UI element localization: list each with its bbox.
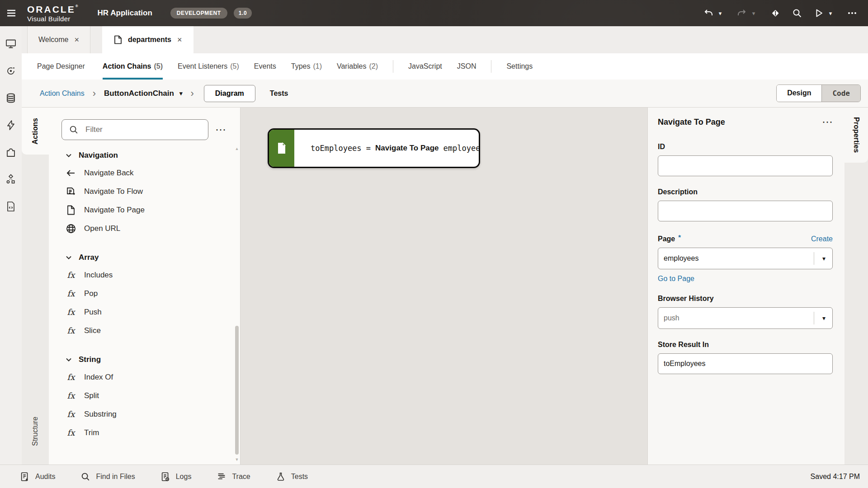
chevron-down-icon: ▾ [822,315,826,321]
action-label: Navigate To Page [84,206,145,215]
breadcrumb-chevron-icon: › [190,89,193,99]
trace-button[interactable]: Trace [217,472,250,482]
tab-count: (2) [369,62,378,70]
undo-menu-caret-icon[interactable]: ▾ [714,6,726,20]
scroll-down-icon[interactable]: ▼ [234,457,240,462]
redo-menu-caret-icon[interactable]: ▾ [748,6,760,20]
section-header[interactable]: Array [65,249,240,266]
business-objects-icon[interactable] [0,87,22,109]
diagram-canvas[interactable]: toEmployees = Navigate To Page employees [241,108,647,465]
close-icon[interactable]: × [74,36,79,44]
tab-departments[interactable]: departments × [102,26,194,53]
tab-label: JSON [457,62,476,70]
action-navigate-back[interactable]: Navigate Back [65,164,240,182]
flow-page-icon [65,186,77,197]
tab-welcome[interactable]: Welcome × [27,26,90,53]
action-slice[interactable]: fx Slice [65,321,240,340]
tests-button[interactable]: Tests [276,472,308,482]
tab-json[interactable]: JSON [457,53,476,80]
chevron-down-icon: ▾ [822,255,826,262]
services-icon[interactable] [0,60,22,82]
diagram-view-button[interactable]: Diagram [204,85,255,102]
chevron-down-icon [65,356,72,363]
git-icon[interactable] [769,6,781,20]
action-navigate-to-page[interactable]: Navigate To Page [65,201,240,219]
redo-icon[interactable] [736,6,748,20]
close-icon[interactable]: × [177,36,182,44]
hamburger-menu-icon[interactable] [0,0,23,26]
run-icon[interactable] [813,6,825,20]
action-chain-selector[interactable]: ButtonActionChain ▾ [104,89,182,98]
tab-action-chains[interactable]: Action Chains(5) [103,53,163,80]
code-mode-button[interactable]: Code [821,85,860,102]
action-push[interactable]: fx Push [65,303,240,321]
action-label: Trim [84,428,99,437]
left-icon-rail [0,26,22,465]
action-open-url[interactable]: Open URL [65,219,240,238]
palette-scrollbar[interactable]: ▲ ▼ [234,146,240,462]
properties-panel-tab[interactable]: Properties [844,108,868,163]
design-mode-button[interactable]: Design [777,85,821,102]
scroll-up-icon[interactable]: ▲ [234,146,240,151]
properties-title: Navigate To Page [658,117,725,127]
source-code-icon[interactable] [0,196,22,217]
chevron-down-icon [65,254,72,261]
tab-types[interactable]: Types(1) [291,53,322,80]
actions-panel-tab[interactable]: Actions [22,108,49,155]
palette-overflow-menu-icon[interactable]: ⋯ [212,119,229,140]
action-index-of[interactable]: fx Index Of [65,368,240,386]
filter-input[interactable] [61,119,208,140]
tab-events[interactable]: Events [254,53,276,80]
processes-icon[interactable] [0,114,22,136]
section-header[interactable]: String [65,352,240,368]
actions-tab-label: Actions [31,118,39,145]
filter-box [61,119,208,140]
store-result-field[interactable] [658,353,833,374]
action-includes[interactable]: fx Includes [65,266,240,284]
browser-history-select[interactable]: push ▾ [658,307,833,329]
action-trim[interactable]: fx Trim [65,423,240,442]
search-icon [69,125,79,135]
visual-builder-app: ORACLE® Visual Builder HR Application DE… [0,0,868,488]
components-icon[interactable] [0,141,22,163]
function-icon: fx [65,289,77,298]
audits-button[interactable]: Audits [20,472,55,482]
action-navigate-to-flow[interactable]: Navigate To Flow [65,182,240,201]
tab-javascript[interactable]: JavaScript [408,53,442,80]
chevron-down-icon [65,152,72,159]
design-code-toggle: Design Code [776,84,861,102]
tests-view-tab[interactable]: Tests [270,89,288,98]
id-field[interactable] [658,155,833,176]
search-icon[interactable] [791,6,803,20]
layouts-icon[interactable] [0,169,22,190]
tab-variables[interactable]: Variables(2) [337,53,378,80]
properties-overflow-menu-icon[interactable]: ⋯ [822,117,833,127]
scrollbar-thumb[interactable] [235,326,239,455]
tab-page-designer[interactable]: Page Designer [37,53,88,80]
navigate-to-page-node[interactable]: toEmployees = Navigate To Page employees [268,128,480,168]
id-label: ID [658,143,833,151]
section-header[interactable]: Navigation [65,147,240,164]
node-target-page: employees [443,144,480,153]
action-pop[interactable]: fx Pop [65,284,240,303]
go-to-page-link[interactable]: Go to Page [658,275,694,283]
structure-panel-tab[interactable]: Structure [22,404,49,458]
action-substring[interactable]: fx Substring [65,405,240,423]
find-in-files-button[interactable]: Find in Files [80,472,135,482]
overflow-menu-icon[interactable] [846,6,858,20]
create-page-link[interactable]: Create [811,235,833,243]
undo-icon[interactable] [703,6,714,20]
description-field[interactable] [658,201,833,221]
logs-button[interactable]: Logs [160,472,192,482]
tab-event-listeners[interactable]: Event Listeners(5) [178,53,239,80]
page-icon [114,35,122,44]
action-split[interactable]: fx Split [65,386,240,405]
tab-label: Settings [506,62,533,70]
run-menu-caret-icon[interactable]: ▾ [825,6,836,20]
page-select[interactable]: employees ▾ [658,248,833,269]
tab-label: Variables [337,62,367,70]
breadcrumb-action-chains-link[interactable]: Action Chains [40,89,85,98]
tab-settings[interactable]: Settings [506,53,533,80]
oracle-logo: ORACLE® Visual Builder [27,5,80,22]
web-apps-icon[interactable] [0,33,22,55]
